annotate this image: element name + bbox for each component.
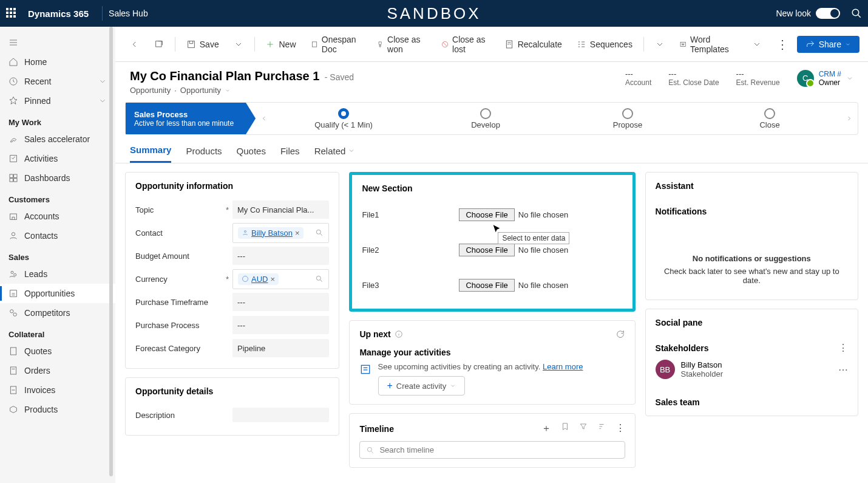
refresh-icon[interactable] [615, 329, 625, 339]
svg-rect-8 [10, 214, 17, 219]
timeline-search-input[interactable]: Search timeline [359, 441, 625, 459]
open-new-window-button[interactable] [148, 36, 170, 53]
timeline-sort-icon[interactable] [597, 422, 606, 435]
back-button[interactable] [124, 36, 146, 53]
close-as-won-button[interactable]: Close as won [370, 31, 433, 58]
stage-develop[interactable]: Develop [415, 108, 557, 129]
stakeholder-row[interactable]: BB Billy Batson Stakeholder ⋯ [656, 360, 848, 379]
header-est-revenue[interactable]: ---Est. Revenue [736, 69, 780, 87]
remove-chip-icon[interactable]: × [270, 275, 275, 284]
timeline-more-icon[interactable]: ⋮ [615, 422, 625, 435]
field-label-budget: Budget Amount [135, 252, 232, 261]
bpf-next[interactable] [841, 115, 858, 122]
nav-scrollbar[interactable] [109, 27, 113, 476]
nav-activities[interactable]: Activities [0, 149, 115, 168]
nav-products[interactable]: Products [0, 400, 115, 419]
header-est-close-date[interactable]: ---Est. Close Date [668, 69, 719, 87]
timeline-filter-icon[interactable] [579, 422, 588, 435]
nav-recent[interactable]: Recent [0, 72, 115, 91]
svg-rect-18 [156, 41, 161, 46]
topic-input[interactable]: My Co Financial Pla... [232, 200, 329, 219]
nav-dashboards[interactable]: Dashboards [0, 168, 115, 188]
share-button[interactable]: Share [797, 36, 860, 53]
description-input[interactable] [232, 408, 329, 422]
close-as-lost-button[interactable]: Close as lost [435, 31, 496, 58]
activity-icon [359, 362, 371, 377]
notifications-empty-text: Check back later to see what's new and s… [662, 267, 842, 285]
more-commands[interactable]: ⋮ [770, 37, 795, 52]
search-icon[interactable] [315, 275, 324, 283]
remove-chip-icon[interactable]: × [295, 228, 300, 238]
overflow-chevron[interactable] [649, 36, 671, 53]
nav-contacts[interactable]: Contacts [0, 226, 115, 245]
timeline-bookmark-icon[interactable] [561, 422, 569, 435]
word-templates-button[interactable]: Word Templates [673, 31, 744, 58]
new-button[interactable]: New [259, 36, 302, 53]
upnext-title: Up next [359, 329, 390, 339]
search-icon[interactable] [851, 8, 862, 19]
chevron-down-icon[interactable] [225, 87, 231, 94]
learn-more-link[interactable]: Learn more [543, 362, 583, 371]
bpf-prev[interactable] [256, 115, 273, 122]
module-name[interactable]: Sales Hub [109, 9, 148, 18]
tab-products[interactable]: Products [186, 141, 222, 163]
header-owner[interactable]: C CRM #Owner [797, 70, 853, 87]
tab-related[interactable]: Related [314, 141, 356, 163]
stakeholder-more[interactable]: ⋯ [838, 364, 848, 375]
section-title: Opportunity details [135, 386, 329, 396]
form-content: Opportunity information TopicMy Co Finan… [115, 163, 868, 476]
nav-opportunities[interactable]: Opportunities [0, 284, 115, 303]
nav-sales-accelerator[interactable]: Sales accelerator [0, 129, 115, 149]
onespan-doc-button[interactable]: Onespan Doc [305, 31, 368, 58]
timeframe-input[interactable]: --- [232, 293, 329, 311]
sequences-button[interactable]: Sequences [571, 36, 639, 53]
recalculate-button[interactable]: Recalculate [498, 36, 568, 53]
stage-qualify[interactable]: Qualify (< 1 Min) [273, 108, 415, 129]
stakeholders-more[interactable]: ⋮ [838, 342, 848, 354]
owner-avatar: C [797, 70, 814, 87]
stage-close[interactable]: Close [699, 108, 841, 129]
app-launcher-icon[interactable] [6, 8, 17, 19]
header-account[interactable]: ---Account [625, 69, 651, 87]
nav-orders[interactable]: Orders [0, 361, 115, 380]
search-icon[interactable] [315, 228, 324, 237]
contact-lookup[interactable]: Billy Batson× [232, 223, 329, 243]
new-look-toggle[interactable] [816, 8, 840, 19]
nav-quotes[interactable]: Quotes [0, 341, 115, 361]
nav-competitors[interactable]: Competitors [0, 303, 115, 323]
save-dropdown[interactable] [228, 36, 249, 53]
form-selector[interactable]: Opportunity [180, 86, 221, 95]
save-button[interactable]: Save [180, 36, 225, 53]
up-next-section: Up next Manage your activities See upcom… [349, 320, 635, 405]
word-templates-dropdown[interactable] [746, 36, 768, 53]
nav-home[interactable]: Home [0, 52, 115, 72]
timeline-add-icon[interactable]: ＋ [541, 422, 551, 435]
currency-lookup[interactable]: AUD× [232, 269, 329, 289]
svg-point-11 [14, 273, 16, 276]
upnext-subtitle: Manage your activities [359, 348, 625, 357]
forecast-input[interactable]: Pipeline [232, 339, 329, 357]
contact-chip[interactable]: Billy Batson× [238, 227, 303, 239]
create-activity-button[interactable]: +Create activity [378, 376, 466, 396]
nav-pinned[interactable]: Pinned [0, 91, 115, 111]
app-name[interactable]: Dynamics 365 [28, 9, 89, 19]
tab-summary[interactable]: Summary [130, 141, 171, 163]
info-icon[interactable] [395, 330, 403, 338]
nav-invoices[interactable]: Invoices [0, 380, 115, 400]
process-name-block[interactable]: Sales Process Active for less than one m… [126, 103, 256, 134]
nav-leads[interactable]: Leads [0, 264, 115, 284]
file2-choose-button[interactable]: Choose File [459, 244, 514, 256]
currency-chip[interactable]: AUD× [238, 273, 279, 285]
budget-input[interactable]: --- [232, 247, 329, 265]
stage-propose[interactable]: Propose [557, 108, 699, 129]
chevron-down-icon[interactable] [846, 75, 853, 82]
saved-status: - Saved [325, 72, 354, 82]
tab-quotes[interactable]: Quotes [237, 141, 266, 163]
file3-choose-button[interactable]: Choose File [459, 279, 514, 292]
file1-choose-button[interactable]: Choose File [459, 208, 514, 221]
svg-point-9 [12, 233, 15, 236]
tab-files[interactable]: Files [280, 141, 300, 163]
nav-hamburger[interactable] [0, 33, 115, 52]
nav-accounts[interactable]: Accounts [0, 207, 115, 226]
process-input[interactable]: --- [232, 316, 329, 334]
